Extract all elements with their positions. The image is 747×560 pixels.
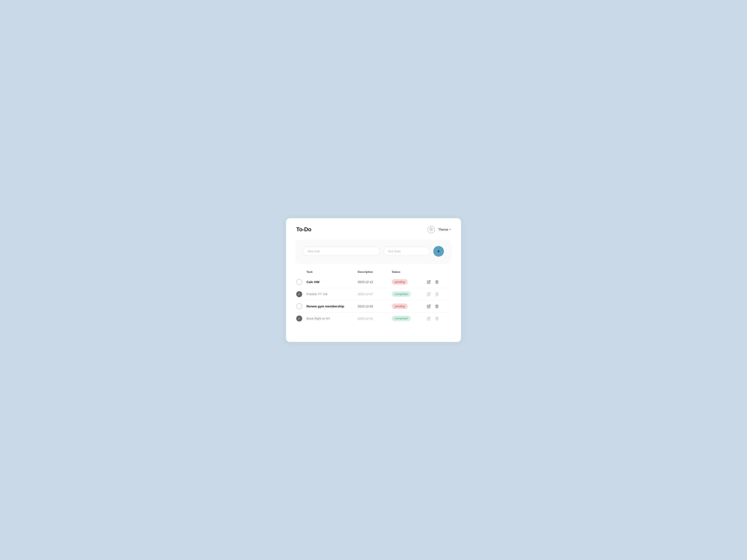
app-title: To-Do [296,226,311,233]
edit-icon-3 [427,304,431,308]
table-row: Calc HW 2023-12-12 pending [296,276,451,288]
edit-button-2[interactable] [426,291,432,297]
new-task-input[interactable] [303,247,380,256]
trash-icon-3 [435,304,439,308]
chevron-down-icon: ▾ [449,228,451,231]
task-actions-1 [426,279,443,285]
theme-label: Theme [438,228,448,231]
task-status-2: completed [392,291,426,297]
task-name-2: Publish YT Vid [307,292,358,296]
task-actions-4 [426,316,443,321]
task-status-3: pending [392,303,426,309]
status-badge-4: completed [392,316,411,321]
edit-icon-1 [427,280,431,284]
task-checkbox-1[interactable] [296,279,302,285]
header: To-Do ⓘ Theme ▾ [296,226,451,233]
edit-button-4[interactable] [426,316,432,321]
delete-button-3[interactable] [434,303,440,309]
delete-button-1[interactable] [434,279,440,285]
status-badge-1: pending [392,279,408,285]
trash-icon-1 [435,280,439,284]
trash-icon-4 [435,317,439,320]
col-status: Status [392,270,426,273]
app-card: To-Do ⓘ Theme ▾ + Task Description Statu… [286,218,461,342]
edit-icon-4 [427,317,431,320]
task-table: Task Description Status Calc HW 2023-12-… [296,270,451,324]
input-area: + [296,240,451,263]
task-name-1: Calc HW [307,280,358,284]
info-icon: ⓘ [430,228,433,232]
theme-button[interactable]: Theme ▾ [438,228,451,231]
add-task-button[interactable]: + [433,246,444,257]
header-right: ⓘ Theme ▾ [428,226,451,233]
edit-icon-2 [427,292,431,296]
col-task: Task [307,270,358,273]
delete-button-4[interactable] [434,316,440,321]
task-date-4: 2023-12-01 [358,317,392,320]
info-button[interactable]: ⓘ [428,226,435,233]
delete-button-2[interactable] [434,291,440,297]
col-checkbox [296,270,307,273]
plus-icon: + [437,248,440,255]
task-name-3: Renew gym membership [307,304,358,308]
col-description: Description [358,270,392,273]
col-actions [426,270,443,273]
checkmark-icon-4: ✓ [298,317,301,320]
task-status-1: pending [392,279,426,285]
task-actions-3 [426,303,443,309]
task-actions-2 [426,291,443,297]
task-checkbox-2[interactable]: ✓ [296,291,302,297]
status-badge-2: completed [392,291,411,297]
table-row: Renew gym membership 2023-12-03 pending [296,300,451,313]
table-header: Task Description Status [296,270,451,276]
trash-icon-2 [435,292,439,296]
task-name-4: Book flight to NY [307,317,358,320]
edit-button-1[interactable] [426,279,432,285]
table-row: ✓ Publish YT Vid 2023-12-07 completed [296,288,451,300]
task-status-4: completed [392,316,426,321]
task-date-1: 2023-12-12 [358,280,392,284]
table-row: ✓ Book flight to NY 2023-12-01 completed [296,313,451,324]
task-date-2: 2023-12-07 [358,292,392,296]
task-checkbox-3[interactable] [296,303,302,309]
due-date-input[interactable] [384,247,430,256]
task-checkbox-4[interactable]: ✓ [296,316,302,321]
status-badge-3: pending [392,303,408,309]
checkmark-icon-2: ✓ [298,293,301,296]
edit-button-3[interactable] [426,303,432,309]
task-date-3: 2023-12-03 [358,304,392,308]
